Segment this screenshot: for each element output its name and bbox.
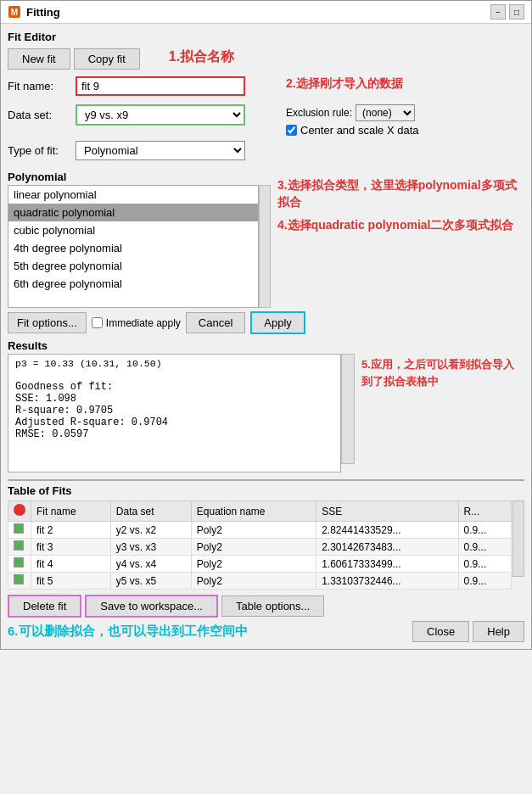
annotation-2: 2.选择刚才导入的数据 — [286, 76, 403, 90]
polynomial-area: Polynomial linear polynomial quadratic p… — [8, 169, 524, 308]
delete-fit-button[interactable]: Delete fit — [8, 595, 81, 618]
bottom-btn-row: Delete fit Save to workspace... Table op… — [8, 595, 524, 618]
immediate-apply-label: Immediate apply — [106, 317, 181, 329]
table-of-fits-label: Table of Fits — [8, 484, 72, 497]
row4-r: 0.9... — [458, 573, 511, 590]
maximize-button[interactable]: □ — [509, 4, 524, 20]
row1-fit-name: fit 2 — [31, 522, 111, 539]
fit-color-box-3 — [14, 557, 24, 568]
data-set-select[interactable]: y9 vs. x9 — [76, 104, 245, 126]
center-scale-row: Center and scale X data — [286, 124, 524, 137]
type-of-fit-row: Type of fit: Polynomial — [8, 141, 279, 160]
row3-sse: 1.60617333499... — [316, 556, 458, 573]
fit-name-col: Fit name: — [8, 76, 279, 100]
poly-scrollbar[interactable] — [259, 185, 271, 308]
svg-text:M: M — [11, 8, 18, 17]
annotation-1: 1.拟合名称 — [169, 48, 234, 70]
fit-name-area: Fit name: 2.选择刚才导入的数据 — [8, 76, 524, 100]
save-workspace-button[interactable]: Save to workspace... — [85, 595, 218, 618]
results-left: Results p3 = 10.33 (10.31, 10.50) Goodne… — [8, 339, 355, 472]
fit-color-box-1 — [14, 523, 24, 534]
col-data-set: Data set — [110, 501, 191, 522]
poly-item-quadratic[interactable]: quadratic polynomial — [8, 204, 258, 221]
table-scrollbar[interactable] — [512, 500, 524, 577]
results-section: Results p3 = 10.33 (10.31, 10.50) Goodne… — [8, 339, 524, 472]
center-scale-checkbox[interactable] — [286, 125, 297, 136]
row3-color — [8, 556, 31, 573]
main-window: M Fitting − □ Fit Editor New fit Copy fi… — [0, 0, 532, 650]
fit-name-input[interactable] — [76, 76, 245, 96]
row2-data-set: y3 vs. x3 — [110, 539, 191, 556]
row1-color — [8, 522, 31, 539]
result-rmse: RMSE: 0.0597 — [15, 428, 333, 440]
exclusion-col: Exclusion rule: (none) Center and scale … — [279, 104, 524, 137]
row1-r: 0.9... — [458, 522, 511, 539]
annotation-4: 4.选择quadratic polynomial二次多项式拟合 — [277, 217, 524, 234]
col-equation: Equation name — [191, 501, 316, 522]
main-content: Fit Editor New fit Copy fit 1.拟合名称 Fit n… — [1, 24, 531, 649]
row3-equation: Poly2 — [191, 556, 316, 573]
row4-data-set: y5 vs. x5 — [110, 573, 191, 590]
row4-sse: 1.33103732446... — [316, 573, 458, 590]
row2-color — [8, 539, 31, 556]
type-of-fit-select[interactable]: Polynomial — [76, 141, 245, 160]
row4-color — [8, 573, 31, 590]
copy-fit-button[interactable]: Copy fit — [74, 48, 140, 70]
annotation-5: 5.应用，之后可以看到拟合导入到了拟合表格中 — [361, 356, 524, 389]
table-row[interactable]: fit 5 y5 vs. x5 Poly2 1.33103732446... 0… — [8, 573, 512, 590]
data-set-col: Data set: y9 vs. x9 — [8, 104, 279, 130]
row2-sse: 2.30142673483... — [316, 539, 458, 556]
fit-color-box-4 — [14, 574, 24, 584]
results-box: p3 = 10.33 (10.31, 10.50) Goodness of fi… — [8, 354, 341, 472]
annotation-6: 6.可以删除拟合，也可以导出到工作空间中 — [8, 623, 248, 640]
poly-item-cubic[interactable]: cubic polynomial — [8, 221, 258, 239]
poly-item-linear[interactable]: linear polynomial — [8, 186, 258, 204]
poly-item-5th[interactable]: 5th degree polynomial — [8, 257, 258, 275]
close-button[interactable]: Close — [412, 621, 469, 642]
row4-equation: Poly2 — [191, 573, 316, 590]
data-set-row: Data set: y9 vs. x9 — [8, 104, 279, 126]
row4-fit-name: fit 5 — [31, 573, 111, 590]
cancel-button[interactable]: Cancel — [186, 312, 245, 333]
immediate-check-row: Immediate apply — [92, 317, 181, 329]
exclusion-row: Exclusion rule: (none) — [286, 104, 524, 121]
footer-area: 6.可以删除拟合，也可以导出到工作空间中 Close Help — [8, 621, 524, 642]
table-options-button[interactable]: Table options... — [221, 596, 324, 617]
table-row[interactable]: fit 2 y2 vs. x2 Poly2 2.82441433529... 0… — [8, 522, 512, 539]
type-of-fit-label: Type of fit: — [8, 144, 76, 157]
annotation-2-col: 2.选择刚才导入的数据 — [279, 76, 524, 92]
immediate-apply-checkbox[interactable] — [92, 317, 103, 328]
center-scale-label: Center and scale X data — [300, 124, 418, 137]
table-row[interactable]: fit 4 y4 vs. x4 Poly2 1.60617333499... 0… — [8, 556, 512, 573]
annotation-5-col: 5.应用，之后可以看到拟合导入到了拟合表格中 — [355, 339, 524, 389]
results-header: Results — [8, 339, 355, 352]
help-button[interactable]: Help — [473, 621, 524, 642]
exclusion-select[interactable]: (none) — [356, 104, 415, 121]
poly-list: linear polynomial quadratic polynomial c… — [8, 185, 259, 308]
poly-item-6th[interactable]: 6th degree polynomial — [8, 275, 258, 293]
result-adj-rsquare: Adjusted R-square: 0.9704 — [15, 417, 333, 428]
table-left: Table of Fits Fit — [8, 484, 524, 618]
col-fit-name: Fit name — [31, 501, 111, 522]
new-fit-button[interactable]: New fit — [8, 48, 70, 70]
table-with-scroll: Fit name Data set Equation name SSE R... — [8, 500, 524, 590]
polynomial-label: Polynomial — [8, 171, 271, 183]
exclusion-label: Exclusion rule: — [286, 107, 352, 119]
table-area: Table of Fits Fit — [8, 484, 524, 618]
minimize-button[interactable]: − — [490, 4, 506, 20]
fit-options-button[interactable]: Fit options... — [8, 312, 87, 333]
annotation-3: 3.选择拟合类型，这里选择polynomial多项式拟合 — [277, 177, 524, 210]
footer-buttons: Close Help — [412, 621, 524, 642]
row3-fit-name: fit 4 — [31, 556, 111, 573]
table-section: Table of Fits Fit — [8, 479, 524, 618]
fit-color-box-2 — [14, 540, 24, 551]
table-row[interactable]: fit 3 y3 vs. x3 Poly2 2.30142673483... 0… — [8, 539, 512, 556]
col-sse: SSE — [316, 501, 458, 522]
results-scrollbar[interactable] — [341, 354, 355, 464]
type-of-fit-col: Type of fit: Polynomial — [8, 141, 279, 165]
title-bar: M Fitting − □ — [1, 1, 531, 24]
apply-button[interactable]: Apply — [250, 311, 305, 334]
row3-data-set: y4 vs. x4 — [110, 556, 191, 573]
row2-equation: Poly2 — [191, 539, 316, 556]
poly-item-4th[interactable]: 4th degree polynomial — [8, 239, 258, 257]
